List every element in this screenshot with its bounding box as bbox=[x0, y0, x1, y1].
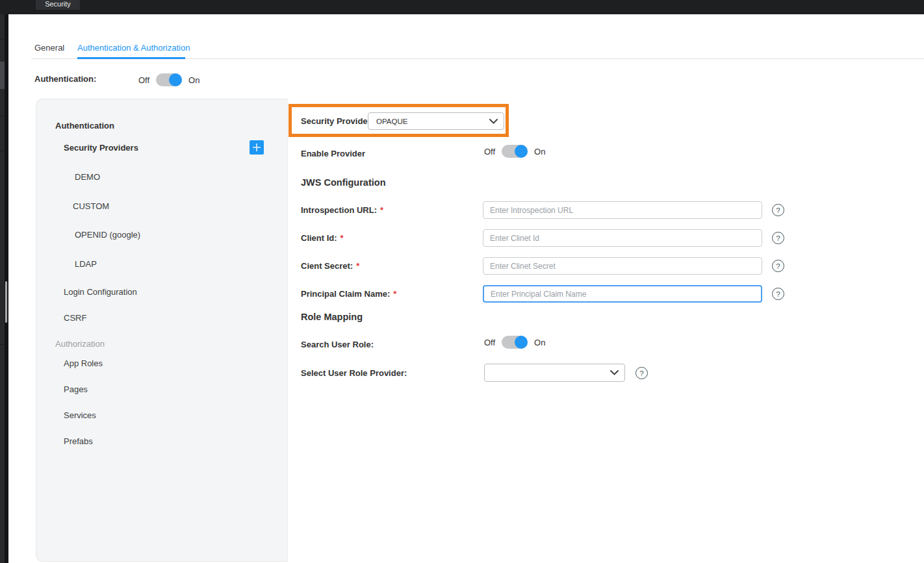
sidebar-item-openid-google[interactable]: OPENID (google) bbox=[75, 230, 140, 240]
help-icon[interactable]: ? bbox=[772, 204, 784, 216]
search-user-role-toggle: Off On bbox=[484, 336, 545, 349]
principal-claim-name-input[interactable] bbox=[483, 285, 762, 303]
enable-provider-toggle: Off On bbox=[484, 145, 545, 158]
sidebar-item-custom[interactable]: CUSTOM bbox=[73, 201, 109, 211]
authentication-toggle: Off On bbox=[138, 73, 199, 86]
required-marker: * bbox=[340, 233, 344, 243]
sidebar-item-login-configuration[interactable]: Login Configuration bbox=[64, 287, 137, 297]
sidebar-item-authentication: Authentication bbox=[55, 121, 114, 131]
sidebar-item-demo[interactable]: DEMO bbox=[75, 172, 100, 182]
client-id-label: Client Id:* bbox=[301, 233, 344, 243]
principal-claim-name-label: Principal Claim Name:* bbox=[301, 289, 396, 299]
left-toolbar-strip bbox=[0, 0, 5, 563]
role-mapping-heading: Role Mapping bbox=[301, 312, 363, 322]
left-edge-rail bbox=[0, 0, 8, 563]
client-id-input[interactable] bbox=[483, 229, 762, 247]
chevron-down-icon bbox=[610, 370, 619, 375]
chevron-down-icon bbox=[489, 119, 498, 124]
security-settings-page: Security General Authentication & Author… bbox=[0, 0, 924, 563]
field-label-text: Principal Claim Name: bbox=[301, 289, 390, 299]
sidebar-item-prefabs[interactable]: Prefabs bbox=[64, 436, 93, 446]
client-secret-input[interactable] bbox=[483, 257, 762, 275]
tab-authentication-authorization[interactable]: Authentication & Authorization bbox=[77, 43, 190, 53]
sidebar-item-ldap[interactable]: LDAP bbox=[75, 259, 97, 269]
required-marker: * bbox=[380, 205, 383, 215]
plus-icon bbox=[252, 143, 261, 152]
field-label-text: Client Id: bbox=[301, 233, 337, 243]
toggle-on-label: On bbox=[188, 75, 199, 85]
toggle-off-label: Off bbox=[138, 75, 149, 85]
security-provider-select[interactable]: OPAQUE bbox=[368, 112, 504, 130]
toggle-off-label: Off bbox=[484, 147, 495, 156]
switch-knob bbox=[515, 336, 528, 349]
introspection-url-label: Introspection URL:* bbox=[301, 205, 383, 215]
editor-topbar: Security bbox=[0, 0, 924, 14]
rail-divider bbox=[0, 344, 5, 345]
select-user-role-provider-label: Select User Role Provider: bbox=[301, 368, 407, 378]
add-provider-button[interactable] bbox=[250, 140, 264, 155]
toggle-on-label: On bbox=[534, 338, 545, 347]
help-icon[interactable]: ? bbox=[772, 260, 784, 272]
toggle-off-label: Off bbox=[484, 338, 495, 347]
enable-provider-switch[interactable] bbox=[502, 145, 528, 158]
rail-segment-active bbox=[0, 62, 5, 89]
tab-security[interactable]: Security bbox=[36, 0, 80, 10]
switch-knob bbox=[515, 145, 528, 158]
tab-general[interactable]: General bbox=[34, 43, 64, 53]
field-label-text: Cient Secret: bbox=[301, 261, 353, 271]
help-icon[interactable]: ? bbox=[772, 288, 784, 300]
authentication-label: Authentication: bbox=[34, 74, 96, 84]
enable-provider-label: Enable Provider bbox=[301, 149, 365, 158]
field-label-text: Introspection URL: bbox=[301, 205, 377, 215]
required-marker: * bbox=[356, 261, 359, 271]
help-icon[interactable]: ? bbox=[635, 367, 648, 379]
scrollbar-thumb[interactable] bbox=[5, 281, 7, 323]
jws-configuration-heading: JWS Configuration bbox=[301, 177, 386, 188]
security-provider-label: Security Provider bbox=[301, 116, 371, 126]
client-secret-label: Cient Secret:* bbox=[301, 261, 359, 271]
security-sidebar: Authentication Security Providers DEMO C… bbox=[36, 99, 288, 562]
search-user-role-label: Search User Role: bbox=[301, 340, 374, 349]
toggle-on-label: On bbox=[534, 147, 545, 156]
rail-divider bbox=[0, 116, 5, 116]
sidebar-section-authorization: Authorization bbox=[55, 339, 105, 349]
sidebar-item-csrf[interactable]: CSRF bbox=[64, 313, 86, 323]
select-user-role-provider-select[interactable] bbox=[484, 364, 625, 382]
help-icon[interactable]: ? bbox=[772, 232, 784, 244]
required-marker: * bbox=[393, 289, 396, 299]
search-user-role-switch[interactable] bbox=[502, 336, 528, 349]
introspection-url-input[interactable] bbox=[483, 201, 762, 219]
active-tab-underline bbox=[77, 57, 185, 59]
sidebar-item-pages[interactable]: Pages bbox=[64, 384, 88, 394]
sidebar-item-app-roles[interactable]: App Roles bbox=[64, 358, 103, 368]
security-provider-value: OPAQUE bbox=[368, 118, 489, 125]
rail-divider bbox=[0, 39, 5, 40]
switch-knob bbox=[169, 73, 182, 86]
rail-divider bbox=[0, 151, 5, 151]
authentication-switch[interactable] bbox=[156, 73, 182, 86]
sidebar-item-services[interactable]: Services bbox=[64, 410, 96, 420]
sidebar-item-security-providers[interactable]: Security Providers bbox=[64, 143, 138, 153]
